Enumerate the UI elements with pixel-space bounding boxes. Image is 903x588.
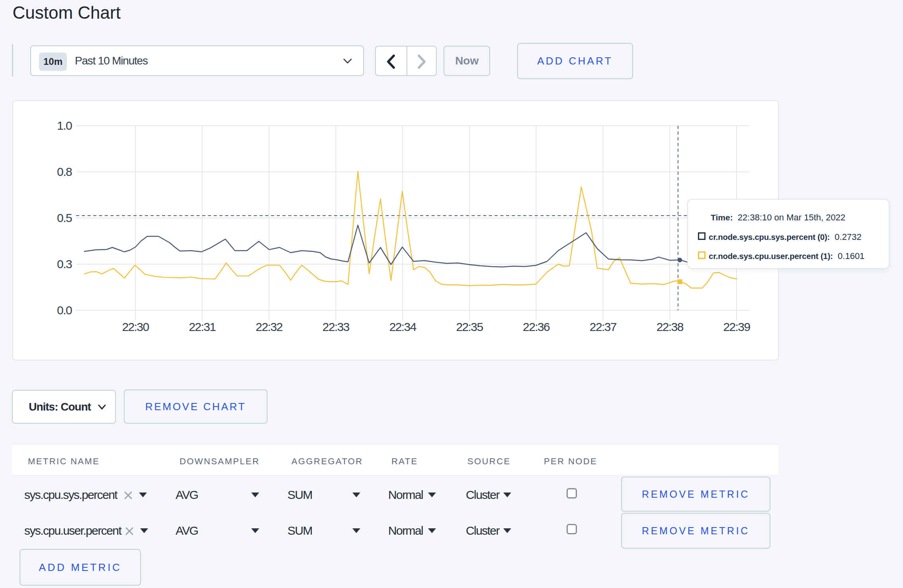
svg-text:22:39: 22:39 <box>723 320 750 333</box>
svg-text:0.0: 0.0 <box>57 304 72 317</box>
svg-text:0.8: 0.8 <box>57 165 72 178</box>
svg-text:22:33: 22:33 <box>322 320 350 333</box>
svg-text:22:30: 22:30 <box>122 320 149 333</box>
svg-text:22:38: 22:38 <box>657 320 684 333</box>
svg-text:22:34: 22:34 <box>389 320 416 333</box>
svg-text:22:31: 22:31 <box>189 320 216 333</box>
svg-text:22:36: 22:36 <box>523 320 550 333</box>
svg-text:1.0: 1.0 <box>57 119 72 132</box>
svg-text:22:35: 22:35 <box>456 320 483 333</box>
svg-text:22:32: 22:32 <box>256 320 283 333</box>
svg-text:0.5: 0.5 <box>57 211 72 224</box>
svg-text:0.3: 0.3 <box>57 257 72 271</box>
svg-text:22:37: 22:37 <box>590 320 617 333</box>
